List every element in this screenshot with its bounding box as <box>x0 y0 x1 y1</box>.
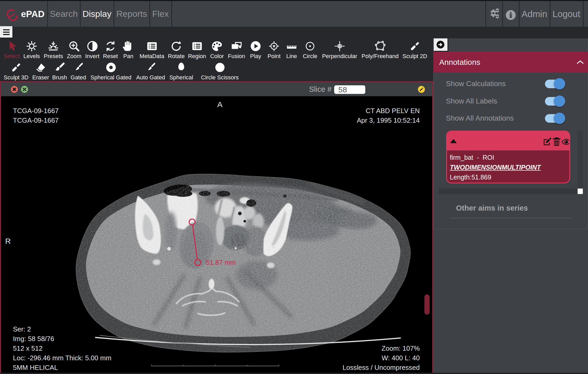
svg-text:51.87 mm: 51.87 mm <box>206 259 236 266</box>
